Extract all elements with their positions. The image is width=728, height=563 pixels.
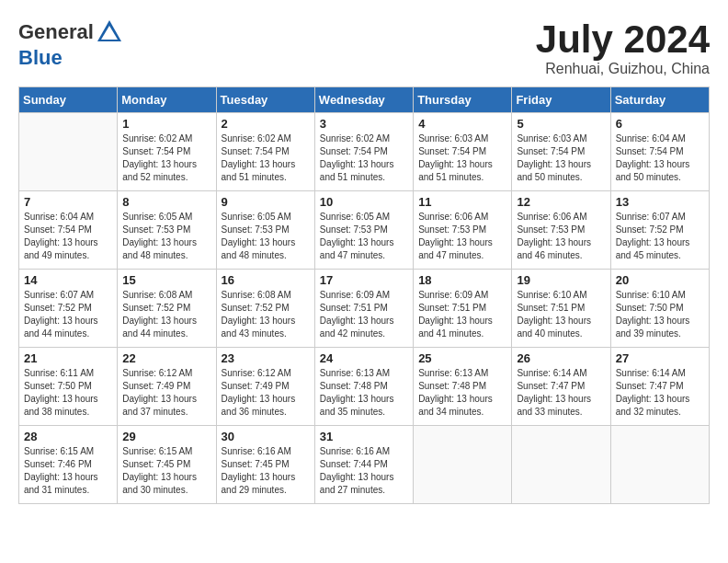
calendar-cell <box>414 426 512 504</box>
day-number: 5 <box>517 117 605 131</box>
day-number: 11 <box>418 195 506 209</box>
calendar-week-4: 21Sunrise: 6:11 AM Sunset: 7:50 PM Dayli… <box>19 348 710 426</box>
calendar-cell: 28Sunrise: 6:15 AM Sunset: 7:46 PM Dayli… <box>19 426 118 504</box>
day-number: 30 <box>222 430 310 443</box>
logo: General Blue <box>18 18 123 70</box>
calendar-week-5: 28Sunrise: 6:15 AM Sunset: 7:46 PM Dayli… <box>19 426 710 504</box>
calendar-cell: 6Sunrise: 6:04 AM Sunset: 7:54 PM Daylig… <box>610 113 709 191</box>
calendar-cell: 5Sunrise: 6:03 AM Sunset: 7:54 PM Daylig… <box>512 113 610 191</box>
day-info: Sunrise: 6:04 AM Sunset: 7:54 PM Dayligh… <box>616 132 704 184</box>
day-number: 24 <box>320 351 408 365</box>
day-info: Sunrise: 6:09 AM Sunset: 7:51 PM Dayligh… <box>418 289 506 340</box>
calendar-cell: 2Sunrise: 6:02 AM Sunset: 7:54 PM Daylig… <box>216 113 314 191</box>
day-info: Sunrise: 6:05 AM Sunset: 7:53 PM Dayligh… <box>222 211 310 262</box>
calendar-cell: 31Sunrise: 6:16 AM Sunset: 7:44 PM Dayli… <box>314 426 413 504</box>
title-block: July 2024 Renhuai, Guizhou, China <box>536 18 710 77</box>
day-info: Sunrise: 6:05 AM Sunset: 7:53 PM Dayligh… <box>320 211 408 262</box>
calendar-cell: 24Sunrise: 6:13 AM Sunset: 7:48 PM Dayli… <box>314 348 413 426</box>
day-number: 19 <box>517 273 605 287</box>
calendar-cell: 20Sunrise: 6:10 AM Sunset: 7:50 PM Dayli… <box>610 270 709 348</box>
calendar-cell: 30Sunrise: 6:16 AM Sunset: 7:45 PM Dayli… <box>216 426 314 504</box>
day-number: 16 <box>222 273 310 287</box>
calendar-cell: 3Sunrise: 6:02 AM Sunset: 7:54 PM Daylig… <box>314 113 413 191</box>
day-info: Sunrise: 6:02 AM Sunset: 7:54 PM Dayligh… <box>122 132 210 184</box>
day-number: 26 <box>517 351 605 365</box>
day-number: 3 <box>320 117 408 131</box>
day-number: 15 <box>122 273 210 287</box>
day-info: Sunrise: 6:15 AM Sunset: 7:45 PM Dayligh… <box>122 445 210 497</box>
calendar-cell: 9Sunrise: 6:05 AM Sunset: 7:53 PM Daylig… <box>216 191 314 270</box>
day-number: 2 <box>222 117 310 131</box>
day-number: 31 <box>320 430 408 443</box>
day-number: 1 <box>122 117 210 131</box>
calendar-cell: 14Sunrise: 6:07 AM Sunset: 7:52 PM Dayli… <box>19 270 118 348</box>
day-info: Sunrise: 6:16 AM Sunset: 7:45 PM Dayligh… <box>222 445 310 497</box>
calendar-cell: 13Sunrise: 6:07 AM Sunset: 7:52 PM Dayli… <box>610 191 709 270</box>
calendar-header-monday: Monday <box>118 87 216 113</box>
day-info: Sunrise: 6:09 AM Sunset: 7:51 PM Dayligh… <box>320 289 408 340</box>
day-info: Sunrise: 6:07 AM Sunset: 7:52 PM Dayligh… <box>24 289 112 340</box>
day-info: Sunrise: 6:11 AM Sunset: 7:50 PM Dayligh… <box>24 367 112 419</box>
calendar-cell: 19Sunrise: 6:10 AM Sunset: 7:51 PM Dayli… <box>512 270 610 348</box>
day-number: 29 <box>122 430 210 443</box>
day-info: Sunrise: 6:14 AM Sunset: 7:47 PM Dayligh… <box>517 367 605 419</box>
calendar-cell: 12Sunrise: 6:06 AM Sunset: 7:53 PM Dayli… <box>512 191 610 270</box>
day-info: Sunrise: 6:14 AM Sunset: 7:47 PM Dayligh… <box>616 367 704 419</box>
day-info: Sunrise: 6:13 AM Sunset: 7:48 PM Dayligh… <box>418 367 506 419</box>
calendar-cell <box>610 426 709 504</box>
calendar-table: SundayMondayTuesdayWednesdayThursdayFrid… <box>18 86 710 504</box>
day-info: Sunrise: 6:04 AM Sunset: 7:54 PM Dayligh… <box>24 211 112 262</box>
calendar-header-row: SundayMondayTuesdayWednesdayThursdayFrid… <box>19 87 710 113</box>
day-number: 7 <box>24 195 112 209</box>
day-info: Sunrise: 6:10 AM Sunset: 7:50 PM Dayligh… <box>616 289 704 340</box>
day-info: Sunrise: 6:06 AM Sunset: 7:53 PM Dayligh… <box>517 211 605 262</box>
calendar-cell: 18Sunrise: 6:09 AM Sunset: 7:51 PM Dayli… <box>414 270 512 348</box>
calendar-cell: 26Sunrise: 6:14 AM Sunset: 7:47 PM Dayli… <box>512 348 610 426</box>
calendar-cell: 22Sunrise: 6:12 AM Sunset: 7:49 PM Dayli… <box>118 348 216 426</box>
day-info: Sunrise: 6:08 AM Sunset: 7:52 PM Dayligh… <box>222 289 310 340</box>
day-number: 6 <box>616 117 704 131</box>
day-number: 9 <box>222 195 310 209</box>
day-info: Sunrise: 6:15 AM Sunset: 7:46 PM Dayligh… <box>24 445 112 497</box>
calendar-cell: 8Sunrise: 6:05 AM Sunset: 7:53 PM Daylig… <box>118 191 216 270</box>
day-info: Sunrise: 6:03 AM Sunset: 7:54 PM Dayligh… <box>418 132 506 184</box>
calendar-cell: 7Sunrise: 6:04 AM Sunset: 7:54 PM Daylig… <box>19 191 118 270</box>
logo-general-text: General <box>18 20 94 44</box>
day-number: 10 <box>320 195 408 209</box>
month-title: July 2024 <box>536 18 710 61</box>
day-number: 25 <box>418 351 506 365</box>
day-number: 28 <box>24 430 112 443</box>
calendar-cell: 25Sunrise: 6:13 AM Sunset: 7:48 PM Dayli… <box>414 348 512 426</box>
calendar-header-saturday: Saturday <box>610 87 709 113</box>
calendar-header-thursday: Thursday <box>414 87 512 113</box>
calendar-cell <box>512 426 610 504</box>
calendar-cell: 10Sunrise: 6:05 AM Sunset: 7:53 PM Dayli… <box>314 191 413 270</box>
calendar-cell: 27Sunrise: 6:14 AM Sunset: 7:47 PM Dayli… <box>610 348 709 426</box>
day-info: Sunrise: 6:03 AM Sunset: 7:54 PM Dayligh… <box>517 132 605 184</box>
day-info: Sunrise: 6:10 AM Sunset: 7:51 PM Dayligh… <box>517 289 605 340</box>
calendar-cell <box>19 113 118 191</box>
calendar-header-sunday: Sunday <box>19 87 118 113</box>
day-info: Sunrise: 6:16 AM Sunset: 7:44 PM Dayligh… <box>320 445 408 497</box>
day-number: 4 <box>418 117 506 131</box>
calendar-header-friday: Friday <box>512 87 610 113</box>
day-info: Sunrise: 6:02 AM Sunset: 7:54 PM Dayligh… <box>222 132 310 184</box>
calendar-week-2: 7Sunrise: 6:04 AM Sunset: 7:54 PM Daylig… <box>19 191 710 270</box>
day-number: 20 <box>616 273 704 287</box>
day-number: 13 <box>616 195 704 209</box>
logo-icon <box>96 18 123 46</box>
day-info: Sunrise: 6:05 AM Sunset: 7:53 PM Dayligh… <box>122 211 210 262</box>
logo-blue-text: Blue <box>18 46 63 69</box>
calendar-cell: 17Sunrise: 6:09 AM Sunset: 7:51 PM Dayli… <box>314 270 413 348</box>
calendar-cell: 29Sunrise: 6:15 AM Sunset: 7:45 PM Dayli… <box>118 426 216 504</box>
day-number: 18 <box>418 273 506 287</box>
calendar-header-wednesday: Wednesday <box>314 87 413 113</box>
day-number: 21 <box>24 351 112 365</box>
calendar-cell: 23Sunrise: 6:12 AM Sunset: 7:49 PM Dayli… <box>216 348 314 426</box>
calendar-cell: 1Sunrise: 6:02 AM Sunset: 7:54 PM Daylig… <box>118 113 216 191</box>
day-number: 17 <box>320 273 408 287</box>
day-info: Sunrise: 6:13 AM Sunset: 7:48 PM Dayligh… <box>320 367 408 419</box>
calendar-week-3: 14Sunrise: 6:07 AM Sunset: 7:52 PM Dayli… <box>19 270 710 348</box>
day-number: 14 <box>24 273 112 287</box>
day-number: 12 <box>517 195 605 209</box>
